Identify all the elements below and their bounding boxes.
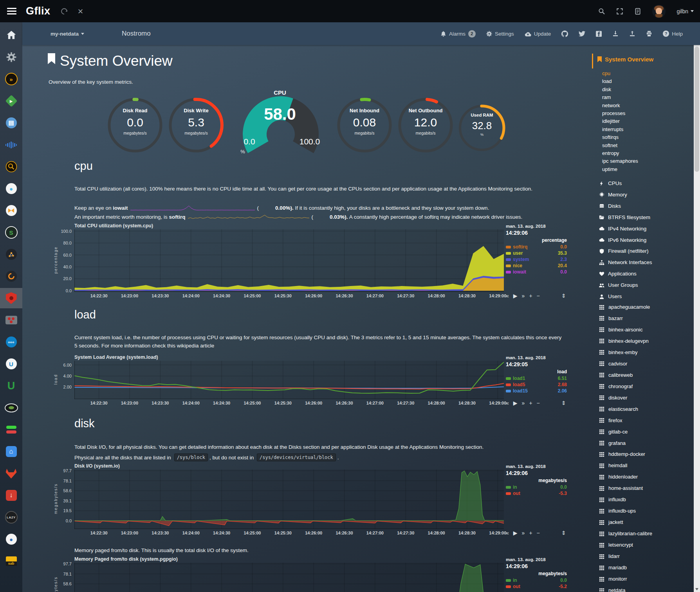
sidebar-app-app-drop[interactable]: ● — [0, 529, 22, 549]
sidebar-app-app-library[interactable]: ▤ — [0, 113, 22, 133]
menu-app-hiddenloader[interactable]: hiddenloader — [599, 474, 638, 480]
sidebar-app-airsonic[interactable] — [0, 135, 22, 155]
changelog-icon[interactable] — [634, 8, 641, 15]
menu-section-btrfs-filesystem[interactable]: BTRFS filesystem — [599, 214, 650, 220]
facebook-icon[interactable] — [596, 31, 602, 37]
menu-app-bazarr[interactable]: bazarr — [599, 315, 623, 321]
chart-zoom-in-button[interactable]: + — [529, 530, 532, 536]
legend-user[interactable]: user35.3 — [506, 250, 567, 256]
cpu-plot[interactable] — [74, 229, 504, 292]
legend-load5[interactable]: load52.68 — [506, 382, 567, 387]
scrollbar-thumb[interactable] — [695, 47, 699, 172]
sidebar-app-app-swirl[interactable]: S — [0, 222, 22, 243]
sidebar-app-app-nodes[interactable] — [0, 244, 22, 265]
menu-item-ipc-semaphores[interactable]: ipc semaphores — [602, 158, 638, 164]
github-icon[interactable] — [561, 31, 568, 37]
sidebar-app-app-green-u[interactable]: U — [0, 376, 22, 396]
chart-pan-back-button[interactable]: « — [506, 530, 509, 536]
menu-app-cadvisor[interactable]: cadvisor — [599, 361, 627, 367]
menu-item-uptime[interactable]: uptime — [602, 166, 617, 172]
sidebar-app-grafana[interactable] — [0, 266, 22, 286]
menu-app-gitlab-ce[interactable]: gitlab-ce — [599, 429, 628, 435]
menu-app-apacheguacamole[interactable]: apacheguacamole — [599, 304, 650, 310]
menu-section-users[interactable]: Users — [599, 293, 622, 299]
refresh-icon[interactable] — [61, 8, 68, 15]
menu-app-binhex-airsonic[interactable]: binhex-airsonic — [599, 327, 642, 333]
menu-section-disks[interactable]: Disks — [599, 203, 621, 209]
sidebar-app-lazylibrarian[interactable]: LAZY — [0, 507, 22, 527]
chart-play-button[interactable]: ▶ — [513, 400, 518, 406]
menu-app-calibreweb[interactable]: calibreweb — [599, 372, 633, 378]
chart-play-button[interactable]: ▶ — [513, 293, 518, 299]
print-icon[interactable] — [646, 31, 652, 37]
sidebar-app-youtube-dl[interactable]: ↓ — [0, 485, 22, 506]
chart-pan-forward-button[interactable]: » — [522, 293, 525, 299]
legend-out[interactable]: out-5.3 — [506, 491, 567, 496]
chart-resize-handle[interactable]: ⇕ — [561, 530, 566, 536]
chart-zoom-in-button[interactable]: + — [529, 400, 532, 406]
menu-app-binhex-emby[interactable]: binhex-emby — [599, 349, 637, 355]
scrollbar[interactable] — [694, 45, 700, 592]
chart-resize-handle[interactable]: ⇕ — [561, 293, 566, 299]
menu-section-cpus[interactable]: CPUs — [599, 180, 622, 186]
legend-iowait[interactable]: iowait0.0 — [506, 269, 567, 275]
fullscreen-icon[interactable] — [616, 8, 623, 15]
chart-resize-handle[interactable]: ⇕ — [561, 400, 566, 406]
menu-item-cpu[interactable]: cpu — [602, 70, 610, 76]
menu-app-firefox[interactable]: firefox — [599, 417, 622, 423]
menu-app-chronograf[interactable]: chronograf — [599, 383, 633, 389]
menu-item-disk[interactable]: disk — [602, 86, 611, 92]
sidebar-app-app-hat[interactable] — [0, 398, 22, 418]
legend-nice[interactable]: nice20.4 — [506, 263, 567, 268]
menu-app-diskover[interactable]: diskover — [599, 395, 627, 401]
chart-load[interactable]: System Load Average (system.load)2.004.0… — [51, 354, 568, 416]
chart-pan-back-button[interactable]: « — [506, 293, 509, 299]
chart-zoom-in-button[interactable]: + — [529, 293, 532, 299]
alarms-button[interactable]: Alarms 2 — [440, 30, 476, 38]
sidebar-app-raspberry[interactable] — [0, 310, 22, 330]
menu-app-lidarr[interactable]: lidarr — [599, 553, 620, 559]
menu-app-lazylibrarian-calibre[interactable]: lazylibrarian-calibre — [599, 531, 652, 536]
menu-system-overview[interactable]: System Overview — [597, 56, 653, 63]
help-button[interactable]: ? Help — [663, 31, 683, 37]
menu-app-mariadb[interactable]: mariadb — [599, 565, 627, 570]
upload-icon[interactable] — [629, 31, 635, 37]
sidebar-app-home-assistant[interactable]: ⌂ — [0, 441, 22, 462]
menu-section-ipv6-networking[interactable]: IPv6 Networking — [599, 237, 646, 243]
sidebar-app-settings[interactable] — [0, 47, 22, 67]
menu-app-influxdb-ups[interactable]: influxdb-ups — [599, 508, 636, 514]
menu-app-binhex-delugevpn[interactable]: binhex-delugevpn — [599, 338, 649, 344]
sidebar-app-monitorr[interactable] — [0, 419, 22, 440]
chart-zoom-out-button[interactable]: − — [537, 400, 540, 406]
chart-pgpgio[interactable]: Memory Paged from/to disk (system.pgpgio… — [51, 556, 568, 592]
avatar[interactable] — [652, 5, 666, 18]
menu-app-hddtemp-docker[interactable]: hddtemp-docker — [599, 451, 645, 457]
sidebar-app-nextcloud[interactable]: ooo — [0, 332, 22, 352]
menu-item-network[interactable]: network — [602, 103, 620, 108]
menu-item-interrupts[interactable]: interrupts — [602, 126, 623, 132]
sidebar-app-home[interactable] — [0, 25, 22, 45]
menu-item-idlejitter[interactable]: idlejitter — [602, 118, 620, 124]
sidebar-app-emby[interactable]: ▶ — [0, 91, 22, 111]
sidebar-app-app-shield[interactable] — [0, 288, 22, 308]
twitter-icon[interactable] — [579, 31, 585, 37]
chart-pan-back-button[interactable]: « — [506, 400, 509, 406]
legend-in[interactable]: in0.0 — [506, 578, 567, 583]
chart-pan-forward-button[interactable]: » — [522, 400, 525, 406]
user-menu[interactable]: gilbn — [677, 8, 694, 14]
sidebar-app-unifi[interactable]: U — [0, 354, 22, 374]
chart-cpu[interactable]: Total CPU utilization (system.cpu)0.020.… — [51, 223, 568, 308]
menu-app-letsencrypt[interactable]: letsencrypt — [599, 542, 633, 548]
chart-play-button[interactable]: ▶ — [513, 530, 518, 536]
scrollbar-down-arrow[interactable] — [695, 588, 698, 590]
menu-section-network-interfaces[interactable]: Network Interfaces — [599, 259, 652, 265]
close-icon[interactable]: × — [78, 7, 83, 16]
menu-section-user-groups[interactable]: User Groups — [599, 282, 638, 288]
pgpgio-plot[interactable] — [74, 563, 504, 592]
legend-system[interactable]: system2.3 — [506, 257, 567, 262]
sidebar-app-plex[interactable]: » — [0, 69, 22, 89]
chart-disk[interactable]: Disk I/O (system.io)0.019.539.158.678.19… — [51, 463, 568, 546]
disk-plot[interactable] — [74, 470, 504, 529]
menu-app-home-assistant[interactable]: home-assistant — [599, 485, 643, 491]
legend-out[interactable]: out-5.2 — [506, 584, 567, 589]
